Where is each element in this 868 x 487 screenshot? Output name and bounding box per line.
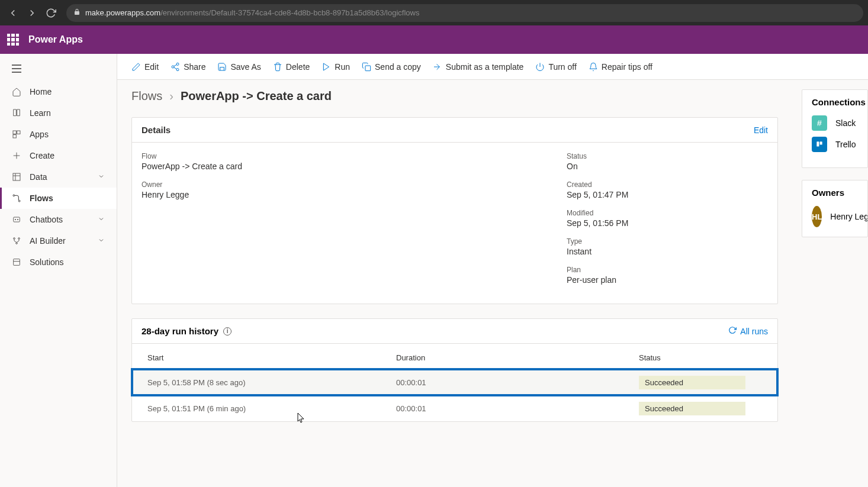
sidebar-item-data[interactable]: Data (0, 166, 117, 188)
button-label: Send a copy (375, 62, 421, 72)
svg-point-21 (172, 66, 174, 68)
bell-icon (589, 62, 598, 72)
type-value: Instant (567, 247, 768, 256)
button-label: Submit as a template (446, 62, 524, 72)
svg-rect-19 (14, 259, 20, 266)
sidebar-item-home[interactable]: Home (0, 81, 117, 102)
run-duration: 00:00:01 (396, 404, 639, 413)
trello-icon (812, 137, 827, 152)
svg-rect-4 (17, 131, 20, 134)
breadcrumb-root[interactable]: Flows (131, 89, 162, 103)
play-icon (322, 62, 331, 72)
sidebar-item-create[interactable]: Create (0, 145, 117, 166)
owner-name: Henry Legge (830, 212, 868, 221)
app-launcher-icon[interactable] (7, 34, 19, 46)
share-button[interactable]: Share (171, 62, 205, 72)
chatbot-icon (12, 215, 21, 224)
button-label: Delete (286, 62, 310, 72)
right-panel: Connections #Slack Trello Owners HLHenry… (792, 80, 868, 487)
home-icon (12, 87, 21, 96)
breadcrumb: Flows › PowerApp -> Create a card (131, 89, 778, 103)
ai-icon (12, 236, 21, 246)
history-title: 28-day run history (142, 326, 218, 336)
owner-label: Owner (142, 180, 567, 189)
power-icon (535, 62, 545, 72)
flow-value: PowerApp -> Create a card (142, 162, 567, 171)
owner-item[interactable]: HLHenry Legge (812, 206, 858, 227)
sidebar-label: Solutions (30, 257, 64, 267)
run-start: Sep 5, 01:51 PM (6 min ago) (147, 404, 396, 413)
url-domain: make.powerapps.com (85, 8, 160, 17)
sidebar-label: Create (30, 151, 54, 160)
all-runs-link[interactable]: All runs (728, 326, 768, 336)
save-icon (217, 62, 227, 72)
svg-rect-23 (365, 66, 371, 71)
submit-template-button[interactable]: Submit as a template (433, 62, 524, 72)
pencil-icon (131, 62, 141, 72)
browser-reload-button[interactable] (43, 5, 59, 21)
chevron-down-icon (98, 236, 105, 246)
sidebar-item-flows[interactable]: Flows (0, 188, 117, 209)
info-icon[interactable]: i (223, 327, 232, 336)
run-history-card: 28-day run historyi All runs Start Durat… (131, 318, 778, 422)
svg-rect-5 (13, 135, 16, 138)
owners-card: Owners HLHenry Legge (802, 180, 868, 237)
save-as-button[interactable]: Save As (217, 62, 261, 72)
browser-back-button[interactable] (5, 5, 21, 21)
data-icon (12, 172, 21, 182)
connection-item-trello[interactable]: Trello (812, 137, 858, 152)
plus-icon (12, 151, 21, 160)
svg-point-12 (18, 200, 20, 202)
status-badge: Succeeded (639, 402, 745, 415)
apps-icon (12, 130, 21, 139)
sidebar-label: AI Builder (30, 236, 66, 246)
turn-off-button[interactable]: Turn off (535, 62, 576, 72)
connection-label: Trello (835, 140, 856, 149)
svg-point-18 (16, 243, 18, 244)
lock-icon (73, 8, 81, 17)
share-icon (171, 62, 180, 72)
sidebar-item-solutions[interactable]: Solutions (0, 251, 117, 273)
sidebar-label: Chatbots (30, 215, 63, 224)
repair-tips-button[interactable]: Repair tips off (589, 62, 652, 72)
svg-point-17 (18, 238, 20, 240)
details-edit-link[interactable]: Edit (754, 125, 768, 135)
sidebar-item-apps[interactable]: Apps (0, 124, 117, 145)
svg-point-22 (176, 68, 179, 70)
sidebar-item-ai-builder[interactable]: AI Builder (0, 230, 117, 251)
sidebar-item-chatbots[interactable]: Chatbots (0, 209, 117, 230)
table-row[interactable]: Sep 5, 01:51 PM (6 min ago) 00:00:01 Suc… (132, 395, 777, 421)
app-title: Power Apps (28, 34, 83, 45)
delete-button[interactable]: Delete (273, 62, 310, 72)
flow-label: Flow (142, 152, 567, 160)
browser-forward-button[interactable] (24, 5, 40, 21)
url-path: /environments/Default-37574ca4-cde8-4d8b… (160, 8, 419, 17)
sidebar-label: Apps (30, 130, 49, 139)
sidebar-label: Data (30, 172, 47, 182)
run-button[interactable]: Run (322, 62, 350, 72)
sidebar-label: Home (30, 87, 52, 96)
modified-value: Sep 5, 01:56 PM (567, 218, 768, 228)
plan-label: Plan (567, 266, 768, 274)
sidebar-toggle[interactable] (0, 59, 117, 81)
connection-label: Slack (835, 118, 856, 128)
slack-icon: # (812, 115, 827, 131)
col-status: Status (639, 353, 762, 362)
status-value: On (567, 162, 768, 171)
sidebar: Home Learn Apps Create Data Flows Chatbo… (0, 54, 117, 487)
table-row[interactable]: Sep 5, 01:58 PM (8 sec ago) 00:00:01 Suc… (132, 369, 777, 395)
details-title: Details (142, 125, 171, 135)
send-copy-button[interactable]: Send a copy (362, 62, 421, 72)
connections-title: Connections (812, 97, 858, 107)
chevron-right-icon: › (169, 89, 173, 103)
sidebar-item-learn[interactable]: Learn (0, 102, 117, 124)
sidebar-label: Learn (30, 108, 51, 118)
book-icon (12, 108, 21, 118)
svg-point-20 (176, 63, 179, 65)
run-start: Sep 5, 01:58 PM (8 sec ago) (147, 378, 396, 387)
col-start: Start (147, 353, 396, 362)
edit-button[interactable]: Edit (131, 62, 159, 72)
browser-url-bar[interactable]: make.powerapps.com/environments/Default-… (66, 4, 863, 22)
connections-card: Connections #Slack Trello (802, 89, 868, 168)
connection-item-slack[interactable]: #Slack (812, 115, 858, 131)
